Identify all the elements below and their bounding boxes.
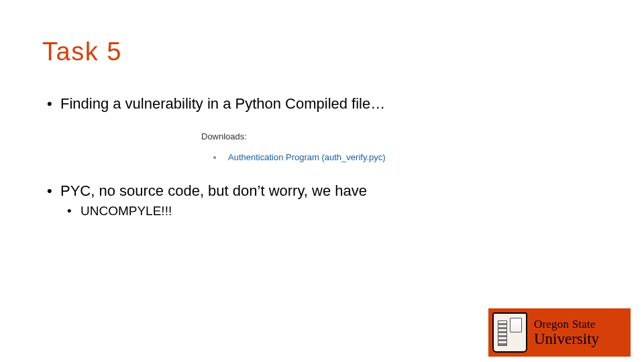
- sub-bullet-item: • UNCOMPYLE!!!: [67, 204, 597, 219]
- osu-line2: University: [534, 331, 599, 347]
- bullet-text: Finding a vulnerability in a Python Comp…: [60, 95, 385, 112]
- bullet-text: UNCOMPYLE!!!: [80, 204, 172, 218]
- downloads-label: Downloads:: [201, 131, 386, 141]
- downloads-block: Downloads: Authentication Program (auth_…: [201, 131, 386, 162]
- slide-title: Task 5: [42, 38, 122, 66]
- bullet-icon: •: [47, 95, 52, 113]
- disc-icon: [213, 156, 216, 159]
- bullet-text: PYC, no source code, but don’t worry, we…: [60, 182, 367, 199]
- osu-logo: Oregon State University: [488, 308, 631, 357]
- bullet-item: • PYC, no source code, but don’t worry, …: [47, 182, 597, 200]
- slide: Task 5 • Finding a vulnerability in a Py…: [0, 0, 644, 362]
- osu-crest-icon: [492, 312, 527, 353]
- download-link-text: Authentication Program (auth_verify.pyc): [228, 152, 386, 162]
- download-link[interactable]: Authentication Program (auth_verify.pyc): [213, 152, 386, 162]
- osu-logo-text: Oregon State University: [534, 318, 599, 347]
- bullet-icon: •: [67, 204, 72, 219]
- osu-line1: Oregon State: [534, 318, 599, 330]
- bullet-icon: •: [47, 182, 52, 200]
- bullet-item: • Finding a vulnerability in a Python Co…: [47, 95, 597, 113]
